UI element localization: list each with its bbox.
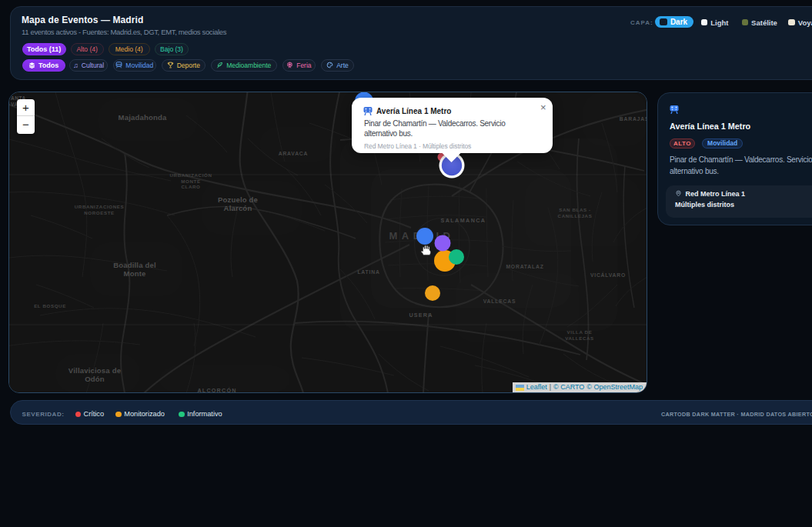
svg-text:SALAMANCA: SALAMANCA bbox=[441, 217, 486, 224]
svg-text:VALLECAS: VALLECAS bbox=[483, 299, 516, 304]
svg-text:SAN BLAS -: SAN BLAS - bbox=[559, 207, 590, 212]
svg-text:BARAJAS: BARAJAS bbox=[620, 116, 647, 122]
svg-text:CANILLEJAS: CANILLEJAS bbox=[558, 213, 593, 218]
svg-text:Monte: Monte bbox=[124, 269, 146, 278]
svg-text:LATINA: LATINA bbox=[357, 269, 379, 275]
svg-text:NOROESTE: NOROESTE bbox=[84, 210, 115, 215]
svg-text:Odón: Odón bbox=[85, 375, 105, 383]
svg-text:Alarcón: Alarcón bbox=[224, 204, 252, 212]
svg-text:Pozuelo de: Pozuelo de bbox=[218, 195, 258, 204]
svg-text:URBANIZACIÓN: URBANIZACIÓN bbox=[170, 172, 212, 178]
svg-text:Majadahonda: Majadahonda bbox=[119, 113, 167, 122]
svg-text:MORATALAZ: MORATALAZ bbox=[506, 264, 543, 269]
svg-text:EL BOSQUE: EL BOSQUE bbox=[34, 303, 66, 309]
svg-text:USERA: USERA bbox=[409, 312, 433, 319]
svg-text:VALLECAS: VALLECAS bbox=[565, 335, 594, 341]
svg-text:CLARO: CLARO bbox=[182, 184, 201, 189]
svg-text:Boadilla del: Boadilla del bbox=[113, 261, 156, 269]
svg-text:VICÁLVARO: VICÁLVARO bbox=[590, 272, 626, 278]
svg-text:Villaviciosa de: Villaviciosa de bbox=[69, 366, 121, 375]
svg-text:MONTE: MONTE bbox=[181, 178, 200, 184]
svg-text:URBANIZACIONES: URBANIZACIONES bbox=[75, 204, 124, 209]
svg-text:ARAVACA: ARAVACA bbox=[279, 151, 309, 156]
svg-text:ALCORCÓN: ALCORCÓN bbox=[197, 387, 236, 393]
svg-text:VILLA DE: VILLA DE bbox=[567, 329, 593, 335]
